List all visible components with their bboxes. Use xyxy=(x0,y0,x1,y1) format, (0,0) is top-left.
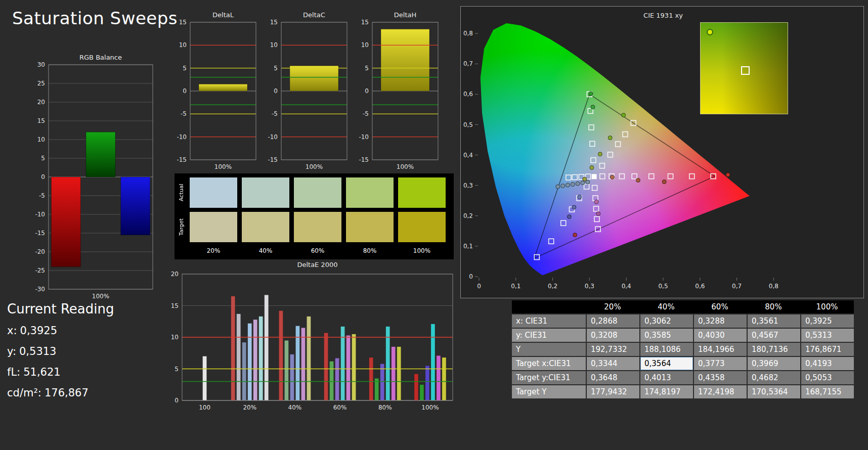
table-cell[interactable]: 172,4198 xyxy=(693,385,747,398)
table-row: Target y:CIE310,36480,40130,43580,46820,… xyxy=(512,371,854,384)
table-col-header: 40% xyxy=(639,300,693,313)
svg-text:10: 10 xyxy=(361,41,369,49)
table-cell[interactable]: 0,3208 xyxy=(586,329,639,342)
table-cell[interactable]: 184,1966 xyxy=(693,343,747,356)
table-cell[interactable]: 0,3288 xyxy=(693,314,747,328)
svg-text:-20: -20 xyxy=(35,248,45,255)
svg-text:0: 0 xyxy=(41,173,45,181)
svg-text:5: 5 xyxy=(365,65,369,72)
table-cell[interactable]: 192,7332 xyxy=(586,343,639,356)
table-cell[interactable]: 174,8197 xyxy=(639,385,693,398)
svg-text:0,5: 0,5 xyxy=(463,121,473,128)
svg-text:15: 15 xyxy=(270,19,278,26)
table-cell[interactable]: 180,7136 xyxy=(747,343,800,356)
table-cell[interactable]: 168,7155 xyxy=(800,385,854,398)
table-cell[interactable]: 0,3062 xyxy=(639,314,693,328)
table-cell[interactable]: 0,4358 xyxy=(693,371,747,384)
table-col-header: 100% xyxy=(800,300,854,313)
reading-y: y:0,5313 xyxy=(7,345,114,357)
swatch-col-label: 40% xyxy=(242,247,289,254)
table-cell[interactable]: 0,3925 xyxy=(800,314,854,328)
svg-text:-30: -30 xyxy=(35,286,45,293)
svg-text:-15: -15 xyxy=(177,156,187,163)
table-cell[interactable]: 177,9432 xyxy=(586,385,639,398)
table-cell[interactable]: 0,4682 xyxy=(747,371,800,384)
swatch-comparison-panel: ActualTarget20%40%60%80%100% xyxy=(175,173,454,259)
svg-text:-5: -5 xyxy=(363,110,369,117)
svg-text:0,3: 0,3 xyxy=(585,283,594,290)
table-row: Target Y177,9432174,8197172,4198170,5364… xyxy=(512,385,854,398)
svg-text:0,3: 0,3 xyxy=(463,182,473,189)
table-row-label: y: CIE31 xyxy=(512,329,586,342)
deltae2000-chart: DeltaE 20000510152010020%40%60%80%100% xyxy=(167,261,460,415)
cie-1931-chart: CIE 1931 xy00,10,20,30,40,50,60,70,800,1… xyxy=(461,7,863,297)
table-cell[interactable]: 0,4030 xyxy=(693,329,747,342)
table-cell[interactable]: 0,4193 xyxy=(800,357,854,370)
table-cell[interactable]: 0,3648 xyxy=(586,371,639,384)
table-cell[interactable]: 0,3969 xyxy=(747,357,800,370)
svg-text:5: 5 xyxy=(183,65,187,72)
svg-text:0,5: 0,5 xyxy=(658,283,668,290)
table-corner xyxy=(512,300,586,313)
swatch-actual-40% xyxy=(242,177,289,208)
delta-c-chart: DeltaC-15-10-5051015100% xyxy=(263,8,355,173)
svg-text:-5: -5 xyxy=(181,110,187,117)
svg-text:0,8: 0,8 xyxy=(769,283,778,290)
svg-text:10: 10 xyxy=(171,334,179,341)
svg-text:100%: 100% xyxy=(306,163,323,170)
table-cell[interactable]: 188,1086 xyxy=(639,343,693,356)
table-row-label: x: CIE31 xyxy=(512,314,586,328)
measurement-table: 20%40%60%80%100%x: CIE310,28680,30620,32… xyxy=(512,299,854,399)
table-row-label: Target x:CIE31 xyxy=(512,357,586,370)
svg-text:15: 15 xyxy=(171,302,179,309)
table-cell[interactable]: 0,3585 xyxy=(639,329,693,342)
svg-text:-10: -10 xyxy=(359,133,369,141)
table-row-label: Target y:CIE31 xyxy=(512,371,586,384)
svg-text:5: 5 xyxy=(274,65,278,72)
delta-l-chart: DeltaL-15-10-5051015100% xyxy=(172,8,264,173)
table-cell[interactable]: 0,4013 xyxy=(639,371,693,384)
svg-text:100%: 100% xyxy=(397,163,414,170)
table-cell[interactable]: 0,3564 xyxy=(639,357,693,370)
table-cell[interactable]: 176,8671 xyxy=(800,343,854,356)
svg-text:25: 25 xyxy=(37,80,45,87)
table-cell[interactable]: 0,5313 xyxy=(800,329,854,342)
table-cell[interactable]: 0,2868 xyxy=(586,314,639,328)
reading-fl: fL:51,621 xyxy=(7,366,114,378)
svg-text:100%: 100% xyxy=(214,163,232,170)
swatch-actual-80% xyxy=(346,177,394,208)
swatch-col-label: 100% xyxy=(398,247,446,254)
svg-text:10: 10 xyxy=(270,41,278,49)
svg-text:0,8: 0,8 xyxy=(463,30,473,37)
svg-text:15: 15 xyxy=(179,19,187,26)
svg-text:0: 0 xyxy=(469,273,473,280)
reading-x: x:0,3925 xyxy=(7,325,114,337)
table-header-row: 20%40%60%80%100% xyxy=(512,300,854,313)
table-row: y: CIE310,32080,35850,40300,45670,5313 xyxy=(512,329,854,342)
swatch-col-label: 60% xyxy=(294,247,341,254)
table-cell[interactable]: 0,3773 xyxy=(693,357,747,370)
svg-text:20%: 20% xyxy=(243,404,256,411)
svg-text:20: 20 xyxy=(37,99,45,106)
table-cell[interactable]: 0,4567 xyxy=(747,329,800,342)
svg-text:-5: -5 xyxy=(272,110,278,117)
swatch-row-label-target: Target xyxy=(176,212,187,242)
svg-text:-10: -10 xyxy=(35,211,45,218)
table-cell[interactable]: 0,3561 xyxy=(747,314,800,328)
svg-text:0: 0 xyxy=(183,87,187,95)
swatch-row-label-actual: Actual xyxy=(176,177,187,208)
delta-h-chart: DeltaH-15-10-5051015100% xyxy=(354,8,446,173)
svg-text:0,2: 0,2 xyxy=(463,212,473,219)
svg-text:RGB Balance: RGB Balance xyxy=(79,54,122,61)
svg-text:0: 0 xyxy=(365,87,369,95)
inset-measurement-dot xyxy=(707,29,713,35)
svg-text:5: 5 xyxy=(175,366,179,373)
table-cell[interactable]: 0,3344 xyxy=(586,357,639,370)
table-cell[interactable]: 170,5364 xyxy=(747,385,800,398)
swatch-target-20% xyxy=(190,212,237,242)
cie-zoom-inset xyxy=(700,22,788,114)
table-row-label: Y xyxy=(512,343,586,356)
swatch-target-100% xyxy=(398,212,446,242)
svg-text:40%: 40% xyxy=(288,404,302,411)
table-cell[interactable]: 0,5053 xyxy=(800,371,854,384)
